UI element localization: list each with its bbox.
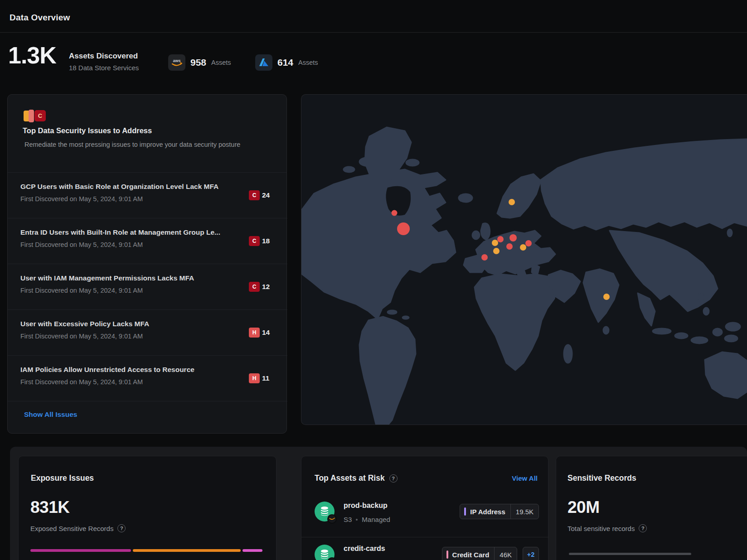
- exposure-bar-segment: [133, 549, 240, 552]
- map-dot-high[interactable]: [397, 222, 410, 235]
- sensitive-records-card: Sensitive Records 20M Total sensitive re…: [556, 456, 747, 560]
- aws-assets-unit: Assets: [211, 59, 231, 66]
- top-assets-title: Top Assets at Risk: [315, 473, 385, 483]
- asset-name: credit-cards: [344, 545, 385, 553]
- view-all-link[interactable]: View All: [512, 474, 538, 482]
- issue-discovered: First Discovered on May 5, 2024, 9:01 AM: [20, 241, 143, 248]
- help-icon[interactable]: ?: [117, 524, 126, 532]
- map-dot-high[interactable]: [525, 240, 532, 246]
- severity-badge-high: H: [249, 328, 260, 338]
- top-issues-subtitle: Remediate the most pressing issues to im…: [24, 141, 240, 148]
- map-dot-medium[interactable]: [520, 244, 526, 251]
- issue-title: GCP Users with Basic Role at Organizatio…: [20, 183, 218, 191]
- asset-name: prod-backup: [344, 502, 388, 510]
- show-all-issues-link[interactable]: Show All Issues: [24, 410, 77, 419]
- asset-service: S3: [344, 516, 352, 523]
- aws-assets-count: 958: [190, 57, 206, 68]
- assets-discovered-label: Assets Discovered: [69, 52, 139, 61]
- sensitive-records-value: 20M: [568, 498, 599, 517]
- sensitivity-tag[interactable]: Credit Card 46K: [442, 547, 517, 560]
- world-map-panel: [301, 94, 747, 425]
- asset-row[interactable]: prod-backup S3 Managed IP Address 19.5K: [301, 494, 549, 537]
- tag-color-bar: [464, 507, 466, 516]
- issue-count: 14: [262, 328, 276, 337]
- sensitive-records-bar: [569, 553, 691, 555]
- tag-label: Credit Card: [452, 551, 495, 559]
- bottom-metrics-section: Exposure Issues 831K Exposed Sensitive R…: [10, 447, 747, 560]
- severity-badge-high: H: [249, 373, 260, 383]
- issue-title: User with IAM Management Permissions Lac…: [20, 274, 194, 282]
- tag-color-bar: [446, 550, 448, 559]
- world-map: [301, 95, 747, 425]
- issue-row[interactable]: User with Excessive Policy Lacks MFA Fir…: [8, 310, 287, 356]
- data-store-services-label: 18 Data Store Services: [69, 64, 139, 72]
- asset-status: Managed: [362, 516, 390, 523]
- help-icon[interactable]: ?: [639, 524, 647, 532]
- map-dot-high[interactable]: [509, 234, 517, 241]
- issue-row[interactable]: GCP Users with Basic Role at Organizatio…: [8, 173, 287, 218]
- exposure-issues-title: Exposure Issues: [31, 473, 94, 483]
- issue-count: 18: [262, 237, 276, 245]
- map-dot-medium[interactable]: [493, 248, 500, 254]
- top-assets-at-risk-card: Top Assets at Risk ? View All: [301, 456, 548, 560]
- exposure-bar-segment: [30, 549, 131, 552]
- azure-icon: [255, 54, 272, 71]
- issue-count: 11: [262, 374, 276, 382]
- exposed-records-breakdown-bar: [30, 549, 262, 552]
- severity-badge-critical: C: [249, 236, 260, 246]
- aws-provider-badge-icon: [327, 514, 337, 524]
- sensitivity-tag[interactable]: IP Address 19.5K: [460, 504, 539, 519]
- tag-count: 46K: [494, 547, 517, 560]
- exposure-issues-card: Exposure Issues 831K Exposed Sensitive R…: [18, 456, 276, 560]
- tag-count: 19.5K: [510, 504, 538, 519]
- map-dot-medium[interactable]: [603, 294, 610, 300]
- aws-icon: aws: [168, 54, 185, 71]
- aws-assets-stat: aws 958 Assets: [168, 54, 231, 71]
- issue-title: Entra ID Users with Built-In Role at Man…: [20, 228, 220, 237]
- top-issues-header: C Top Data Security Issues to Address Re…: [8, 95, 286, 173]
- exposure-bar-segment: [243, 549, 262, 552]
- issue-row[interactable]: Entra ID Users with Built-In Role at Man…: [8, 218, 287, 264]
- issue-title: IAM Policies Allow Unrestricted Access t…: [20, 366, 194, 374]
- map-dot-high[interactable]: [392, 210, 398, 216]
- severity-badge-critical: C: [249, 282, 260, 292]
- severity-badge-critical: C: [249, 190, 260, 200]
- map-dot-medium[interactable]: [509, 199, 515, 205]
- issue-row[interactable]: IAM Policies Allow Unrestricted Access t…: [8, 356, 287, 401]
- map-dot-high[interactable]: [506, 243, 513, 250]
- dot-separator: [356, 519, 358, 521]
- sensitive-records-label: Total sensitive records: [568, 525, 635, 532]
- stats-row: 1.3K Assets Discovered 18 Data Store Ser…: [0, 33, 747, 87]
- help-icon[interactable]: ?: [389, 474, 398, 483]
- issue-title: User with Excessive Policy Lacks MFA: [20, 320, 149, 328]
- issue-discovered: First Discovered on May 5, 2024, 9:01 AM: [20, 195, 143, 203]
- stacked-severity-badges-icon: C: [24, 110, 46, 122]
- issue-discovered: First Discovered on May 5, 2024, 9:01 AM: [20, 287, 143, 294]
- issue-discovered: First Discovered on May 5, 2024, 9:01 AM: [20, 378, 143, 386]
- issue-count: 12: [262, 283, 276, 291]
- assets-discovered-count: 1.3K: [8, 42, 56, 69]
- map-dot-medium[interactable]: [492, 240, 498, 246]
- page-header: Data Overview: [0, 0, 747, 33]
- assets-discovered-labels: Assets Discovered 18 Data Store Services: [69, 52, 139, 72]
- sensitive-records-title: Sensitive Records: [568, 473, 636, 483]
- issue-count: 24: [262, 191, 276, 199]
- azure-assets-stat: 614 Assets: [255, 54, 318, 71]
- exposure-issues-value: 831K: [30, 498, 69, 517]
- map-dot-high[interactable]: [481, 254, 488, 261]
- issue-row[interactable]: User with IAM Management Permissions Lac…: [8, 264, 287, 310]
- svg-text:aws: aws: [173, 58, 180, 63]
- more-tags-badge[interactable]: +2: [523, 547, 539, 560]
- map-dot-high[interactable]: [497, 236, 504, 242]
- page-title: Data Overview: [10, 13, 70, 23]
- issue-discovered: First Discovered on May 5, 2024, 9:01 AM: [20, 333, 143, 340]
- azure-assets-count: 614: [277, 57, 293, 68]
- asset-row[interactable]: credit-cards S3 Managed Credit Card 46K …: [301, 537, 549, 560]
- azure-assets-unit: Assets: [298, 59, 318, 66]
- top-issues-title: Top Data Security Issues to Address: [23, 126, 152, 135]
- tag-label: IP Address: [470, 508, 510, 516]
- exposure-issues-label: Exposed Sensitive Records: [30, 525, 113, 532]
- top-issues-panel: C Top Data Security Issues to Address Re…: [7, 94, 287, 434]
